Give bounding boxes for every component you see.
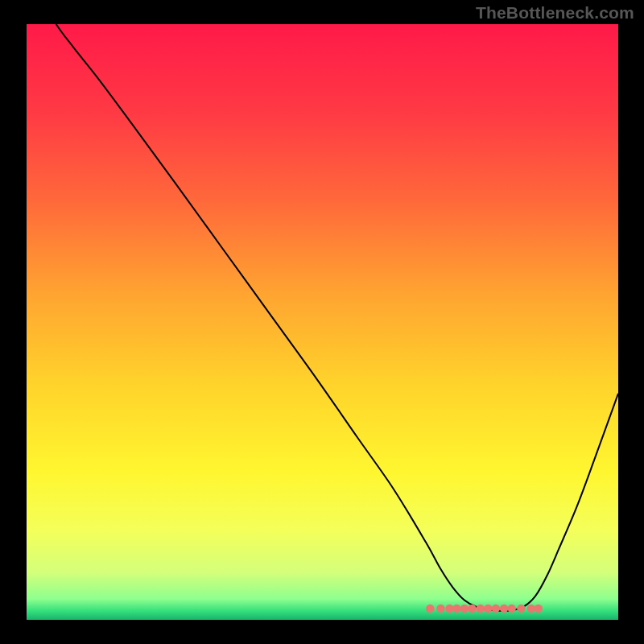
optimum-marker xyxy=(500,605,508,613)
optimum-marker xyxy=(436,605,444,613)
optimum-marker xyxy=(460,605,469,613)
optimum-marker xyxy=(452,605,460,613)
chart-container: TheBottleneck.com xyxy=(0,0,644,644)
optimum-marker xyxy=(477,605,485,613)
optimum-marker xyxy=(426,605,434,613)
optimum-marker xyxy=(492,605,500,613)
plot-background xyxy=(27,24,618,620)
optimum-marker xyxy=(484,605,492,613)
optimum-marker xyxy=(468,605,476,613)
optimum-marker xyxy=(508,605,516,613)
optimum-marker xyxy=(535,605,543,613)
chart-svg xyxy=(0,0,644,644)
optimum-marker xyxy=(517,605,525,613)
